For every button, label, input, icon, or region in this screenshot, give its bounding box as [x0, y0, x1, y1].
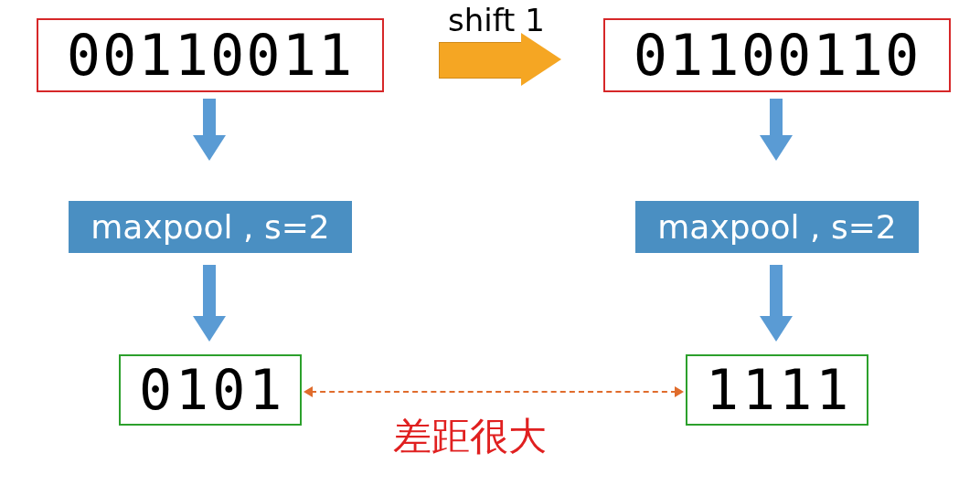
arrow-down-icon: [197, 265, 222, 343]
output-left-box: 0101: [119, 354, 302, 426]
arrow-down-icon: [763, 99, 789, 163]
output-right-box: 1111: [686, 354, 868, 426]
maxpool-right-box: maxpool , s=2: [635, 201, 919, 253]
input-right-box: 01100110: [603, 18, 951, 92]
arrow-down-icon: [763, 265, 789, 343]
diff-double-arrow-icon: [311, 391, 676, 393]
maxpool-left-box: maxpool , s=2: [69, 201, 352, 253]
arrow-down-icon: [197, 99, 222, 163]
shift-arrow-icon: [439, 35, 567, 84]
input-left-box: 00110011: [37, 18, 384, 92]
diff-label: 差距很大: [393, 411, 547, 462]
